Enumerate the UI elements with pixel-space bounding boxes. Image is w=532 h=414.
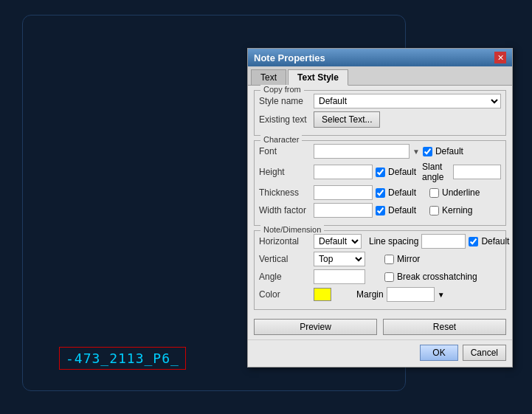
note-dimension-section: Note/Dimension Horizontal Default Line s… xyxy=(254,230,506,310)
thickness-row: Thickness 0.000000 Default Underline xyxy=(259,185,501,200)
kerning-label: Kerning xyxy=(442,205,472,215)
slant-angle-input[interactable]: 0.000000 xyxy=(453,165,501,179)
ok-button[interactable]: OK xyxy=(420,345,457,361)
thickness-label: Thickness xyxy=(259,187,311,198)
height-default-checkbox[interactable] xyxy=(376,168,385,177)
angle-row: Angle 0.000000 Break crosshatching xyxy=(259,269,501,284)
slant-angle-label: Slant angle xyxy=(422,162,450,182)
dialog-titlebar: Note Properties ✕ xyxy=(248,49,512,66)
height-default-label: Default xyxy=(388,167,416,177)
tab-text-style[interactable]: Text Style xyxy=(288,69,348,86)
underline-label: Underline xyxy=(442,187,480,198)
line-spacing-label: Line spacing xyxy=(369,236,418,246)
canvas-label: -473_2113_P6_ xyxy=(59,347,186,370)
height-label: Height xyxy=(259,167,311,177)
width-default-label: Default xyxy=(388,205,416,215)
style-name-select[interactable]: Default xyxy=(314,94,501,108)
width-factor-label: Width factor xyxy=(259,205,311,215)
font-default-label: Default xyxy=(435,146,463,156)
thickness-input[interactable]: 0.000000 xyxy=(314,185,373,200)
angle-input[interactable]: 0.000000 xyxy=(314,269,365,284)
color-label: Color xyxy=(259,289,311,300)
dialog-body: Copy from Style name Default Existing te… xyxy=(248,86,512,319)
tab-text[interactable]: Text xyxy=(251,69,286,85)
line-spacing-default-label: Default xyxy=(481,236,509,246)
character-section: Character Font font ▼ Default Height 3.5… xyxy=(254,140,506,226)
note-dimension-label: Note/Dimension xyxy=(260,225,324,234)
color-row: Color Margin 0.150000 ▼ xyxy=(259,287,501,302)
break-crosshatching-checkbox[interactable] xyxy=(384,272,394,282)
thickness-default-label: Default xyxy=(388,187,416,198)
mirror-label: Mirror xyxy=(397,254,420,264)
preview-reset-row: Preview Reset xyxy=(248,319,512,339)
font-default-checkbox[interactable] xyxy=(423,147,432,156)
existing-text-label: Existing text xyxy=(259,114,311,125)
note-properties-dialog: Note Properties ✕ Text Text Style Copy f… xyxy=(247,48,513,368)
font-input[interactable]: font xyxy=(314,144,410,159)
dialog-close-button[interactable]: ✕ xyxy=(494,52,506,63)
font-row: Font font ▼ Default xyxy=(259,144,501,159)
canvas-label-text: -473_2113_P6_ xyxy=(66,351,179,366)
dialog-tabs: Text Text Style xyxy=(248,66,512,86)
vertical-row: Vertical Top Mirror xyxy=(259,252,501,266)
height-input[interactable]: 3.500000 xyxy=(314,165,373,179)
underline-checkbox[interactable] xyxy=(429,188,439,198)
preview-button[interactable]: Preview xyxy=(254,319,377,335)
dialog-footer: OK Cancel xyxy=(248,339,512,367)
select-text-button[interactable]: Select Text... xyxy=(314,111,380,128)
character-label: Character xyxy=(260,135,302,144)
vertical-label: Vertical xyxy=(259,254,311,264)
color-picker[interactable] xyxy=(314,288,331,301)
line-spacing-default-checkbox[interactable] xyxy=(469,237,478,246)
reset-button[interactable]: Reset xyxy=(383,319,506,335)
angle-label: Angle xyxy=(259,272,311,282)
kerning-checkbox[interactable] xyxy=(429,206,439,215)
dialog-title: Note Properties xyxy=(254,52,325,63)
horizontal-label: Horizontal xyxy=(259,236,311,246)
height-row: Height 3.500000 Default Slant angle 0.00… xyxy=(259,162,501,182)
style-name-row: Style name Default xyxy=(259,94,501,108)
width-factor-input[interactable]: 0.800000 xyxy=(314,203,373,218)
existing-text-row: Existing text Select Text... xyxy=(259,111,501,128)
break-crosshatching-label: Break crosshatching xyxy=(397,272,477,282)
width-default-checkbox[interactable] xyxy=(376,206,385,215)
cancel-button[interactable]: Cancel xyxy=(463,345,506,361)
mirror-checkbox[interactable] xyxy=(384,255,394,264)
horizontal-row: Horizontal Default Line spacing 0.500000… xyxy=(259,234,501,249)
thickness-default-checkbox[interactable] xyxy=(376,188,385,198)
margin-input[interactable]: 0.150000 xyxy=(387,287,435,302)
font-dropdown-arrow[interactable]: ▼ xyxy=(412,148,420,156)
margin-dropdown-arrow[interactable]: ▼ xyxy=(438,291,445,299)
copy-from-label: Copy from xyxy=(260,85,304,94)
style-name-label: Style name xyxy=(259,96,311,106)
copy-from-section: Copy from Style name Default Existing te… xyxy=(254,90,506,136)
width-factor-row: Width factor 0.800000 Default Kerning xyxy=(259,203,501,218)
horizontal-select[interactable]: Default xyxy=(314,234,362,249)
line-spacing-input[interactable]: 0.500000 xyxy=(421,234,466,249)
font-label: Font xyxy=(259,146,311,156)
vertical-select[interactable]: Top xyxy=(314,252,365,266)
margin-label: Margin xyxy=(356,289,384,300)
